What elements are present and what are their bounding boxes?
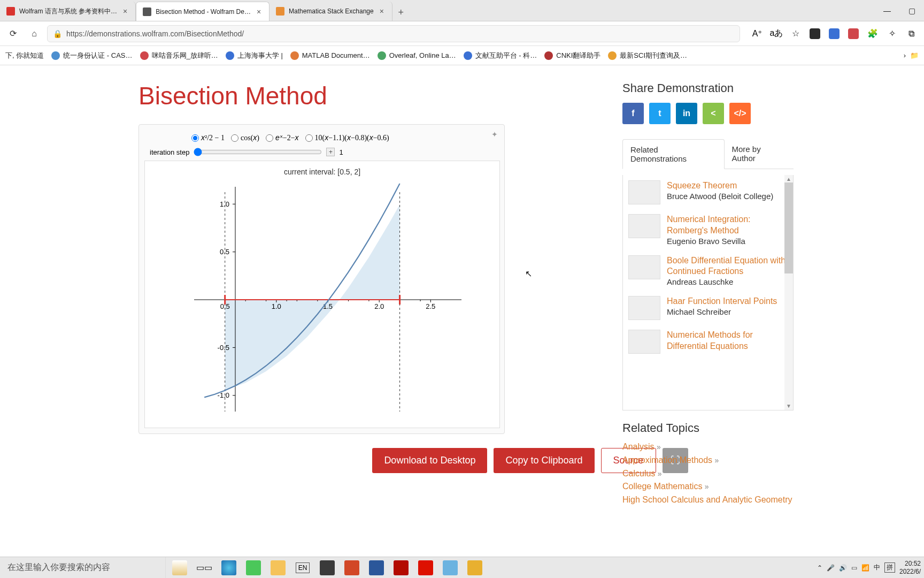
tray-volume-icon[interactable]: 🔊 [839, 564, 847, 572]
tab-close-icon[interactable]: × [378, 7, 386, 15]
function-option-3[interactable]: eˣ−2−x [266, 133, 299, 142]
tab-more-by-author[interactable]: More by Author [725, 139, 794, 169]
radio-1[interactable] [191, 134, 199, 142]
svg-text:-0.5: -0.5 [217, 344, 229, 352]
function-option-2[interactable]: cos(x) [231, 133, 259, 142]
bookmark-5[interactable]: Overleaf, Online La… [378, 51, 456, 60]
topic-link[interactable]: Calculus » [622, 469, 662, 478]
window-minimize[interactable]: — [875, 0, 899, 21]
bookmark-7[interactable]: CNKI翻译助手 [544, 51, 600, 60]
tray-clock[interactable]: 20:52 2022/6/ [899, 560, 921, 575]
share-more[interactable]: < [703, 103, 724, 124]
scroll-down-icon[interactable]: ▼ [786, 403, 791, 409]
related-scrollbar[interactable]: ▲ ▼ [784, 175, 793, 410]
tray-mic-icon[interactable]: 🎤 [827, 564, 835, 572]
ext-icon-1[interactable] [806, 25, 823, 42]
function-option-1[interactable]: x²/2 − 1 [191, 133, 225, 142]
bookmark-1[interactable]: 统一身份认证 - CAS… [51, 51, 132, 60]
tray-chevron-icon[interactable]: ⌃ [817, 564, 822, 572]
function-option-4[interactable]: 10(x−1.1)(x−0.8)(x−0.6) [305, 133, 389, 142]
related-item[interactable]: Squeeze Theorem Bruce Atwood (Beloit Col… [628, 180, 788, 204]
taskbar-wechat-icon[interactable] [242, 557, 265, 579]
radio-3[interactable] [266, 134, 273, 142]
taskbar-word-icon[interactable] [365, 557, 388, 579]
bookmarks-overflow-icon[interactable]: › [904, 51, 906, 59]
collections-icon[interactable]: ✧ [883, 25, 900, 42]
bookmarks-folder-icon[interactable]: 📁 [910, 51, 919, 59]
scroll-up-icon[interactable]: ▲ [786, 176, 791, 182]
tab-favicon [6, 7, 15, 16]
share-embed[interactable]: </> [729, 103, 751, 124]
slider-plus-icon[interactable]: + [326, 148, 335, 156]
share-twitter[interactable]: t [649, 103, 671, 124]
tray-wifi-icon[interactable]: 📶 [861, 564, 869, 572]
tab-related[interactable]: Related Demonstrations [622, 139, 725, 169]
taskbar-cortana-icon[interactable] [168, 557, 191, 579]
topic-link[interactable]: College Mathematics » [622, 482, 709, 491]
taskbar-powerpoint-icon[interactable] [340, 557, 364, 579]
tab-close-icon[interactable]: × [255, 8, 263, 16]
related-item[interactable]: Numerical Methods for Differential Equat… [628, 330, 788, 354]
tab-close-icon[interactable]: × [121, 7, 129, 15]
related-list: Squeeze Theorem Bruce Atwood (Beloit Col… [622, 175, 794, 410]
collections2-icon[interactable]: ⧉ [903, 25, 920, 42]
address-bar[interactable]: 🔒 https://demonstrations.wolfram.com/Bis… [47, 25, 740, 42]
tray-battery-icon[interactable]: ▭ [851, 564, 857, 572]
tray-ime1[interactable]: 中 [874, 563, 880, 572]
favorites-icon[interactable]: ☆ [787, 25, 804, 42]
bookmark-favicon [378, 51, 386, 60]
browser-tab-1[interactable]: Bisection Method - Wolfram De… × [136, 2, 270, 21]
topic-link[interactable]: Approximation Methods » [622, 455, 719, 465]
related-thumb [628, 330, 660, 354]
window-maximize[interactable]: ▢ [899, 0, 924, 21]
related-item[interactable]: Boole Differential Equation with Continu… [628, 255, 788, 287]
radio-4[interactable] [305, 134, 313, 142]
taskbar-sublime-icon[interactable] [315, 557, 339, 579]
related-item[interactable]: Numerical Integration: Romberg's Method … [628, 214, 788, 246]
reader-mode-icon[interactable]: A⁺ [749, 25, 766, 42]
tab-favicon [276, 7, 284, 16]
copy-button[interactable]: Copy to Clipboard [494, 448, 594, 473]
taskbar-search[interactable]: 在这里输入你要搜索的内容 [0, 557, 166, 579]
taskbar-explorer-icon[interactable] [266, 557, 290, 579]
taskbar-edge-icon[interactable] [217, 557, 241, 579]
related-item[interactable]: Haar Function Interval Points Michael Sc… [628, 296, 788, 320]
bookmark-8[interactable]: 最新SCI期刊查询及… [608, 51, 687, 60]
extensions-icon[interactable]: 🧩 [864, 25, 881, 42]
home-icon[interactable]: ⌂ [26, 25, 43, 42]
share-facebook[interactable]: f [622, 103, 644, 124]
share-linkedin[interactable]: in [676, 103, 697, 124]
tray-ime2[interactable]: 拼 [884, 562, 895, 573]
ext-icon-2[interactable] [826, 25, 843, 42]
bookmark-favicon [544, 51, 553, 60]
taskbar-app-icon[interactable] [438, 557, 462, 579]
new-tab-button[interactable]: + [392, 4, 410, 21]
taskbar-lang-icon[interactable]: EN [291, 557, 314, 579]
bookmark-4[interactable]: MATLAB Document… [290, 51, 370, 60]
topic-link[interactable]: High School Calculus and Analytic Geomet… [622, 495, 792, 504]
bookmark-favicon [140, 51, 149, 60]
taskbar-pdf-icon[interactable] [463, 557, 487, 579]
lock-icon: 🔒 [53, 29, 62, 38]
translate-icon[interactable]: aあ [768, 25, 785, 42]
bookmark-0[interactable]: 下, 你就知道 [5, 51, 44, 60]
bookmark-favicon [464, 51, 472, 60]
browser-tab-2[interactable]: Mathematica Stack Exchange × [270, 2, 392, 21]
bookmark-3[interactable]: 上海海事大学 | [226, 51, 283, 60]
radio-2[interactable] [231, 134, 238, 142]
reload-icon[interactable]: ⟳ [4, 25, 21, 42]
tab-title: Bisection Method - Wolfram De… [156, 8, 251, 16]
browser-tab-0[interactable]: Wolfram 语言与系统 参考资料中… × [0, 2, 136, 21]
bookmark-favicon [290, 51, 299, 60]
iteration-slider[interactable] [194, 148, 322, 156]
taskbar-mathematica-icon[interactable] [414, 557, 437, 579]
taskbar-taskview-icon[interactable]: ▭▭ [192, 557, 216, 579]
topic-link[interactable]: Analysis » [622, 442, 661, 451]
ext-icon-3[interactable] [845, 25, 862, 42]
bookmark-2[interactable]: 咪咕音乐网_放肆听… [140, 51, 218, 60]
scroll-thumb[interactable] [784, 182, 793, 273]
panel-expand-icon[interactable]: ✦ [491, 130, 499, 138]
download-button[interactable]: Download to Desktop [372, 448, 487, 473]
taskbar-acrobat-icon[interactable] [389, 557, 413, 579]
bookmark-6[interactable]: 文献互助平台 - 科… [464, 51, 537, 60]
